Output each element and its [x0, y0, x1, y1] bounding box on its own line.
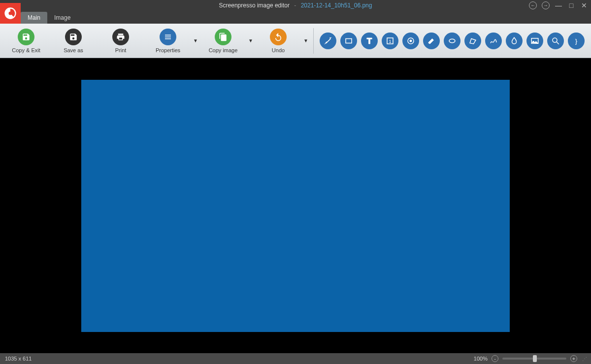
zoom-in-button[interactable]: + — [570, 355, 577, 362]
undo-button[interactable]: Undo — [255, 25, 301, 57]
save-as-icon — [65, 29, 82, 45]
title-bar: Screenpresso image editor - 2021-12-14_1… — [0, 0, 591, 11]
tab-main-label: Main — [28, 14, 40, 21]
save-as-button[interactable]: Save as — [50, 25, 97, 57]
title-separator: - — [294, 2, 296, 9]
status-bar: 1035 x 611 100% - + ⋰ — [0, 353, 591, 364]
undo-dropdown[interactable]: ▼ — [302, 25, 309, 57]
screenpresso-logo-icon — [3, 6, 17, 20]
copy-and-exit-button[interactable]: Copy & Exit — [3, 25, 49, 57]
number-stamp-tool[interactable]: 1 — [382, 33, 398, 49]
svg-point-1 — [9, 12, 12, 15]
ribbon-toolbar: Copy & Exit Save as Print Properties ▼ C… — [0, 24, 591, 58]
window-controls: ← → — □ ✕ — [529, 0, 588, 11]
image-dimensions: 1035 x 611 — [5, 356, 32, 362]
svg-point-7 — [449, 39, 455, 43]
annotation-tools: 1 } — [320, 33, 585, 49]
properties-button[interactable]: Properties — [145, 25, 191, 57]
print-icon — [112, 29, 129, 45]
properties-label: Properties — [156, 47, 180, 53]
print-label: Print — [115, 47, 127, 53]
ribbon-separator — [313, 28, 314, 54]
tab-image-label: Image — [54, 14, 70, 21]
highlighter-tool[interactable] — [423, 33, 440, 49]
tab-row: Main Image — [0, 11, 591, 24]
svg-text:1: 1 — [389, 38, 391, 43]
zoom-percentage: 100% — [474, 356, 488, 362]
app-title: Screenpresso image editor — [219, 2, 290, 9]
magnifier-tool[interactable] — [547, 33, 564, 49]
blur-tool[interactable] — [506, 33, 523, 49]
text-tool[interactable] — [361, 33, 378, 49]
zoom-slider[interactable] — [502, 358, 566, 360]
copy-image-icon — [215, 29, 231, 45]
undo-icon — [270, 29, 287, 45]
svg-rect-2 — [346, 38, 352, 43]
copy-image-button[interactable]: Copy image — [200, 25, 246, 57]
tab-main[interactable]: Main — [21, 12, 47, 24]
rectangle-tool[interactable] — [340, 33, 357, 49]
properties-dropdown[interactable]: ▼ — [192, 25, 199, 57]
undo-label: Undo — [272, 47, 285, 53]
brace-tool[interactable]: } — [568, 33, 585, 49]
zoom-controls: 100% - + — [474, 355, 577, 362]
properties-icon — [160, 29, 176, 45]
zoom-out-button[interactable]: - — [492, 355, 498, 362]
copy-and-exit-label: Copy & Exit — [12, 47, 40, 53]
ellipse-tool[interactable] — [444, 33, 460, 49]
image-tool[interactable] — [526, 33, 543, 49]
print-button[interactable]: Print — [98, 25, 144, 57]
tab-image[interactable]: Image — [47, 12, 77, 24]
save-as-label: Save as — [64, 47, 83, 53]
title-filename: 2021-12-14_10h51_06.png — [301, 2, 372, 9]
target-tool[interactable] — [402, 33, 419, 49]
image-surface[interactable] — [81, 80, 510, 332]
svg-point-6 — [410, 39, 412, 42]
svg-text:}: } — [575, 37, 578, 44]
zoom-slider-thumb[interactable] — [533, 355, 537, 362]
resize-grip-icon[interactable]: ⋰ — [582, 356, 586, 362]
nav-forward-button[interactable]: → — [542, 1, 550, 9]
copy-image-label: Copy image — [209, 47, 238, 53]
copy-image-dropdown[interactable]: ▼ — [247, 25, 254, 57]
freehand-tool[interactable] — [485, 33, 502, 49]
canvas-area[interactable] — [0, 58, 591, 353]
arrow-tool[interactable] — [320, 33, 336, 49]
maximize-button[interactable]: □ — [567, 1, 575, 9]
nav-back-button[interactable]: ← — [529, 1, 537, 9]
polygon-tool[interactable] — [464, 33, 481, 49]
save-exit-icon — [18, 29, 34, 45]
minimize-button[interactable]: — — [555, 1, 562, 9]
svg-point-9 — [553, 38, 557, 42]
close-button[interactable]: ✕ — [580, 1, 588, 9]
app-logo[interactable] — [0, 3, 21, 24]
